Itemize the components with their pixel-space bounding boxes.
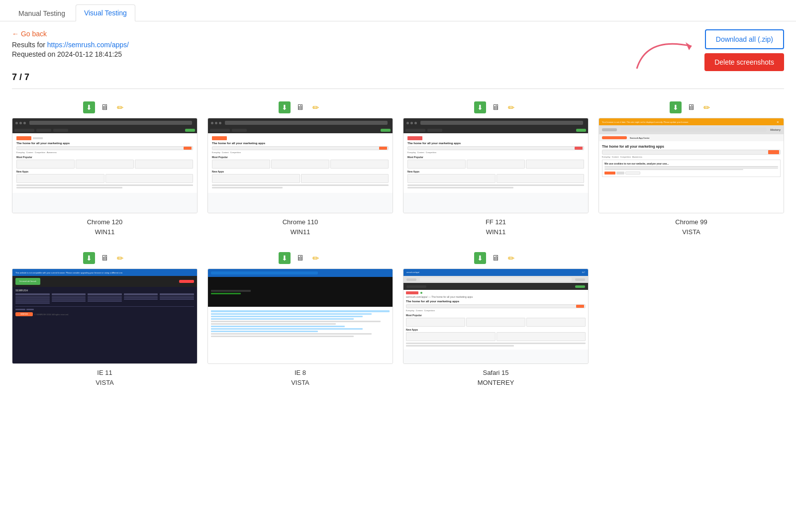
results-label: Results for [12,41,45,49]
compare-icon-4[interactable]: 🖥 [685,101,697,114]
screenshot-item-2: ⬇ 🖥 ✏ [207,101,393,237]
screenshot-thumb-1[interactable]: The home for all your marketing apps Eve… [12,118,198,213]
download-icon-1[interactable]: ⬇ [83,101,95,113]
item-toolbar-2: ⬇ 🖥 ✏ [279,101,322,114]
delete-screenshots-button[interactable]: Delete screenshots [704,53,784,71]
edit-icon-6[interactable]: ✏ [309,252,322,265]
screenshot-label-7: Safari 15 MONTEREY [478,368,514,387]
edit-icon-5[interactable]: ✏ [114,252,127,265]
download-icon-6[interactable]: ⬇ [279,252,291,264]
screenshot-item-7: ⬇ 🖥 ✏ semrush.com/apps/ Jul 7 [403,252,589,387]
results-url[interactable]: https://semrush.com/apps/ [47,41,129,49]
compare-icon-2[interactable]: 🖥 [294,101,306,114]
download-icon-7[interactable]: ⬇ [474,252,486,264]
screenshot-item-6: ⬇ 🖥 ✏ [207,252,393,387]
screenshot-label-3: FF 121 WIN11 [486,217,506,237]
screenshot-thumb-4[interactable]: Your browser is out of date. This site m… [598,118,784,213]
edit-icon-7[interactable]: ✏ [505,252,518,265]
go-back-link[interactable]: ← Go back [12,30,47,38]
screenshot-label-4: Chrome 99 VISTA [675,217,707,237]
item-toolbar-6: ⬇ 🖥 ✏ [279,252,322,265]
screenshot-thumb-5[interactable]: This website is not compatible with your… [12,268,198,364]
screenshot-item-4: ⬇ 🖥 ✏ Your browser is out of date. This … [598,101,784,237]
download-icon-2[interactable]: ⬇ [279,101,291,113]
header-area: ← Go back Results for https://semrush.co… [0,21,796,62]
screenshot-thumb-2[interactable]: The home for all your marketing apps Eve… [207,118,393,213]
edit-icon-3[interactable]: ✏ [505,101,518,114]
download-icon-3[interactable]: ⬇ [474,101,486,113]
edit-icon-2[interactable]: ✏ [309,101,322,114]
item-toolbar-5: ⬇ 🖥 ✏ [83,252,127,265]
screenshot-item-1: ⬇ 🖥 ✏ [12,101,198,237]
screenshot-item-3: ⬇ 🖥 ✏ [403,101,589,237]
screenshot-label-6: IE 8 VISTA [291,368,309,387]
screenshot-label-2: Chrome 110 WIN11 [283,217,318,237]
tabs-bar: Manual Testing Visual Testing [0,0,796,21]
compare-icon-7[interactable]: 🖥 [489,252,502,265]
compare-icon-6[interactable]: 🖥 [294,252,306,265]
download-icon-5[interactable]: ⬇ [83,252,95,264]
edit-icon-1[interactable]: ✏ [114,101,127,114]
tab-visual-testing[interactable]: Visual Testing [76,4,135,21]
download-all-button[interactable]: Download all (.zip) [705,29,784,49]
compare-icon-1[interactable]: 🖥 [98,101,111,114]
screenshots-grid: ⬇ 🖥 ✏ [0,101,796,407]
item-toolbar-4: ⬇ 🖥 ✏ [670,101,713,114]
download-icon-4[interactable]: ⬇ [670,101,682,113]
action-buttons: Download all (.zip) Delete screenshots [704,29,784,71]
section-divider [12,89,784,89]
compare-icon-5[interactable]: 🖥 [98,252,111,265]
screenshot-thumb-6[interactable] [207,268,393,364]
tab-manual-testing[interactable]: Manual Testing [10,5,74,21]
screenshot-thumb-7[interactable]: semrush.com/apps/ Jul 7 [403,268,589,364]
screenshot-label-5: IE 11 VISTA [96,368,114,387]
screenshot-thumb-3[interactable]: The home for all your marketing apps Eve… [403,118,589,213]
compare-icon-3[interactable]: 🖥 [489,101,502,114]
item-toolbar-1: ⬇ 🖥 ✏ [83,101,127,114]
svg-marker-0 [686,42,692,50]
edit-icon-4[interactable]: ✏ [700,101,713,114]
screenshot-label-1: Chrome 120 WIN11 [87,217,123,237]
arrow-decoration [632,31,701,76]
item-toolbar-7: ⬇ 🖥 ✏ [474,252,518,265]
item-toolbar-3: ⬇ 🖥 ✏ [474,101,518,114]
screenshot-item-5: ⬇ 🖥 ✏ This website is not compatible wit… [12,252,198,387]
